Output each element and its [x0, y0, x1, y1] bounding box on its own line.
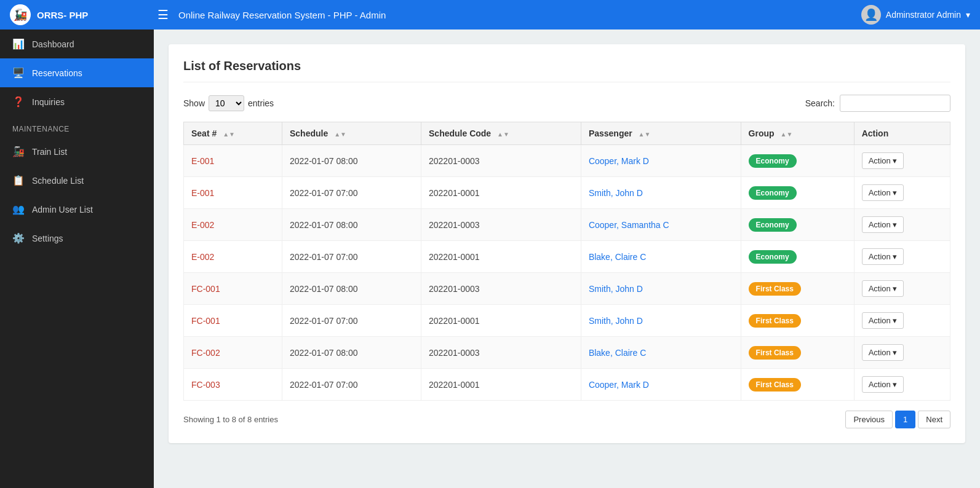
settings-icon: ⚙️ — [12, 232, 25, 244]
cell-seat-7: FC-003 — [184, 369, 282, 401]
passenger-link-1[interactable]: Smith, John D — [589, 188, 643, 198]
sidebar-item-schedule-list[interactable]: 📋 Schedule List — [0, 166, 154, 195]
cell-group-5: First Class — [741, 305, 854, 337]
cell-group-1: Economy — [741, 177, 854, 209]
action-button-1[interactable]: Action ▾ — [862, 184, 904, 201]
group-badge-2: Economy — [749, 218, 797, 232]
table-row: E-002 2022-01-07 07:00 202201-0001 Blake… — [184, 241, 950, 273]
app-logo: 🚂 — [10, 4, 31, 25]
passenger-link-5[interactable]: Smith, John D — [589, 316, 643, 326]
sidebar-label-schedule-list: Schedule List — [32, 176, 84, 186]
seat-link-0[interactable]: E-001 — [191, 156, 214, 166]
cell-passenger-2: Cooper, Samantha C — [581, 209, 741, 241]
search-input[interactable] — [840, 95, 950, 112]
action-button-6[interactable]: Action ▾ — [862, 344, 904, 361]
sidebar-item-reservations[interactable]: 🖥️ Reservations — [0, 58, 154, 87]
schedule-list-icon: 📋 — [12, 175, 25, 186]
entries-label: entries — [248, 98, 274, 108]
table-row: E-001 2022-01-07 08:00 202201-0003 Coope… — [184, 145, 950, 177]
col-action: Action — [854, 122, 950, 145]
seat-link-5[interactable]: FC-001 — [191, 316, 220, 326]
cell-action-0: Action ▾ — [854, 145, 950, 177]
sidebar-label-inquiries: Inquiries — [32, 97, 65, 107]
hamburger-menu[interactable]: ☰ — [157, 7, 169, 22]
action-button-4[interactable]: Action ▾ — [862, 280, 904, 297]
navbar: 🚂 ORRS- PHP ☰ Online Railway Reservation… — [0, 0, 980, 30]
cell-group-6: First Class — [741, 337, 854, 369]
admin-name: Adminstrator Admin — [886, 10, 961, 20]
seat-link-6[interactable]: FC-002 — [191, 348, 220, 358]
page-card: List of Reservations Show 10 25 50 100 e… — [169, 44, 965, 443]
col-seat[interactable]: Seat # ▲▼ — [184, 122, 282, 145]
next-button[interactable]: Next — [918, 411, 950, 428]
navbar-brand: 🚂 ORRS- PHP — [10, 4, 157, 25]
seat-link-4[interactable]: FC-001 — [191, 284, 220, 294]
seat-link-2[interactable]: E-002 — [191, 220, 214, 230]
sidebar-item-train-list[interactable]: 🚂 Train List — [0, 137, 154, 166]
entries-select[interactable]: 10 25 50 100 — [209, 95, 244, 111]
cell-action-6: Action ▾ — [854, 337, 950, 369]
sort-schedule: ▲▼ — [334, 131, 346, 138]
col-schedule[interactable]: Schedule ▲▼ — [282, 122, 421, 145]
cell-code-1: 202201-0001 — [421, 177, 581, 209]
cell-schedule-6: 2022-01-07 08:00 — [282, 337, 421, 369]
table-header: Seat # ▲▼ Schedule ▲▼ Schedule Code ▲▼ — [184, 122, 950, 145]
table-row: FC-001 2022-01-07 08:00 202201-0003 Smit… — [184, 273, 950, 305]
action-button-2[interactable]: Action ▾ — [862, 216, 904, 233]
show-label: Show — [183, 98, 205, 108]
sort-code: ▲▼ — [497, 131, 509, 138]
sidebar-label-train-list: Train List — [32, 147, 67, 157]
sidebar-item-inquiries[interactable]: ❓ Inquiries — [0, 87, 154, 116]
action-button-7[interactable]: Action ▾ — [862, 376, 904, 393]
page-title: List of Reservations — [183, 59, 950, 82]
group-badge-5: First Class — [749, 314, 801, 328]
cell-action-3: Action ▾ — [854, 241, 950, 273]
cell-passenger-6: Blake, Claire C — [581, 337, 741, 369]
showing-text: Showing 1 to 8 of 8 entries — [183, 415, 278, 424]
cell-action-1: Action ▾ — [854, 177, 950, 209]
passenger-link-2[interactable]: Cooper, Samantha C — [589, 220, 669, 230]
cell-schedule-0: 2022-01-07 08:00 — [282, 145, 421, 177]
previous-button[interactable]: Previous — [845, 411, 893, 428]
action-button-3[interactable]: Action ▾ — [862, 248, 904, 265]
cell-passenger-3: Blake, Claire C — [581, 241, 741, 273]
sidebar-item-admin-user-list[interactable]: 👥 Admin User List — [0, 195, 154, 224]
cell-seat-5: FC-001 — [184, 305, 282, 337]
passenger-link-3[interactable]: Blake, Claire C — [589, 252, 646, 262]
seat-link-1[interactable]: E-001 — [191, 188, 214, 198]
sidebar-maintenance-section: Maintenance — [0, 116, 154, 137]
col-code[interactable]: Schedule Code ▲▼ — [421, 122, 581, 145]
group-badge-4: First Class — [749, 282, 801, 296]
passenger-link-0[interactable]: Cooper, Mark D — [589, 156, 649, 166]
seat-link-3[interactable]: E-002 — [191, 252, 214, 262]
navbar-title: Online Railway Reservation System - PHP … — [178, 10, 861, 20]
cell-group-7: First Class — [741, 369, 854, 401]
cell-seat-0: E-001 — [184, 145, 282, 177]
sidebar-item-settings[interactable]: ⚙️ Settings — [0, 224, 154, 253]
col-passenger[interactable]: Passenger ▲▼ — [581, 122, 741, 145]
table-row: FC-001 2022-01-07 07:00 202201-0001 Smit… — [184, 305, 950, 337]
cell-seat-4: FC-001 — [184, 273, 282, 305]
show-entries: Show 10 25 50 100 entries — [183, 95, 274, 111]
pagination: Previous 1 Next — [845, 411, 950, 428]
sidebar-label-reservations: Reservations — [32, 68, 82, 78]
col-group[interactable]: Group ▲▼ — [741, 122, 854, 145]
reservations-icon: 🖥️ — [12, 67, 25, 79]
cell-action-4: Action ▾ — [854, 273, 950, 305]
search-box: Search: — [805, 95, 950, 112]
action-button-0[interactable]: Action ▾ — [862, 152, 904, 169]
passenger-link-6[interactable]: Blake, Claire C — [589, 348, 646, 358]
passenger-link-4[interactable]: Smith, John D — [589, 284, 643, 294]
cell-group-3: Economy — [741, 241, 854, 273]
sort-passenger: ▲▼ — [639, 131, 651, 138]
action-button-5[interactable]: Action ▾ — [862, 312, 904, 329]
admin-menu[interactable]: 👤 Adminstrator Admin ▾ — [861, 5, 970, 25]
sidebar: 📊 Dashboard 🖥️ Reservations ❓ Inquiries … — [0, 30, 154, 488]
cell-seat-2: E-002 — [184, 209, 282, 241]
cell-schedule-1: 2022-01-07 07:00 — [282, 177, 421, 209]
page-1-button[interactable]: 1 — [895, 411, 915, 428]
seat-link-7[interactable]: FC-003 — [191, 380, 220, 390]
sidebar-item-dashboard[interactable]: 📊 Dashboard — [0, 30, 154, 58]
cell-schedule-3: 2022-01-07 07:00 — [282, 241, 421, 273]
passenger-link-7[interactable]: Cooper, Mark D — [589, 380, 649, 390]
